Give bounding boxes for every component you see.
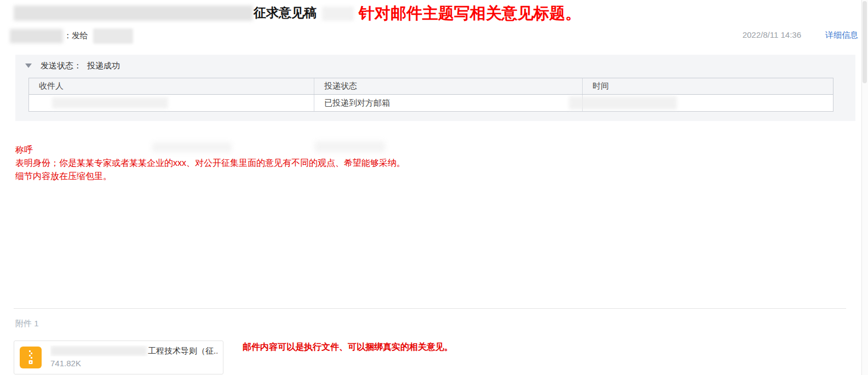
zip-file-icon [20,347,42,368]
mail-body-text: 称呼 表明身份；你是某某专家或者某某企业的xxx、对公开征集里面的意见有不同的观… [15,143,405,183]
redacted-subject-prefix [14,5,253,21]
delivery-table-row: 已投递到对方邮箱 [29,95,833,111]
body-line-salutation: 称呼 [15,143,405,157]
send-status-label: 发送状态： [41,61,82,71]
attachment-size: 741.82K [50,359,81,368]
cell-delivery-status: 已投递到对方邮箱 [314,95,583,111]
attachment-name-row: 工程技术导则（征... [50,345,217,356]
header-time: 时间 [583,78,833,94]
delivery-table: 收件人 投递状态 时间 已投递到对方邮箱 [28,78,833,112]
delivery-table-header-row: 收件人 投递状态 时间 [29,78,833,95]
header-recipient: 收件人 [29,78,314,94]
zipper-glyph [27,350,35,365]
delivery-status-panel: 发送状态： 投递成功 收件人 投递状态 时间 已投递到对方邮箱 [15,55,855,121]
redacted-recipient-chip [93,28,133,44]
cell-time [583,95,833,111]
collapse-triangle-icon[interactable] [25,64,32,68]
send-to-label: ：发给 [64,31,88,41]
mail-date: 2022/8/11 14:36 [743,30,801,39]
redacted-sender-name [10,29,63,43]
details-link[interactable]: 详细信息 [825,30,858,41]
header-delivery-status: 投递状态 [314,78,583,94]
redacted-attachment-name-prefix [50,346,147,356]
attachment-info: 工程技术导则（征... 741.82K [50,345,217,370]
mail-subject-visible: 征求意见稿 [254,4,317,21]
cell-recipient [29,95,314,111]
scrollbar-thumb[interactable] [863,1,867,83]
subject-annotation-text: 针对邮件主题写相关意见标题。 [359,3,581,25]
body-line-identity: 表明身份；你是某某专家或者某某企业的xxx、对公开征集里面的意见有不同的观点、希… [15,157,405,170]
attachments-divider [14,308,846,309]
redacted-recipient-address [52,97,168,108]
delivery-status-toggle-row[interactable]: 发送状态： 投递成功 [15,55,120,77]
redacted-subject-suffix [322,7,354,21]
attachment-card[interactable]: 工程技术导则（征... 741.82K [14,341,223,374]
attachment-annotation-text: 邮件内容可以是执行文件、可以捆绑真实的相关意见。 [243,342,453,353]
scrollbar-track[interactable] [861,0,868,375]
redacted-delivery-time [569,96,677,109]
body-line-archive: 细节内容放在压缩包里。 [15,170,405,183]
attachment-name-visible[interactable]: 工程技术导则（征... [148,346,217,356]
attachments-section-label: 附件 1 [15,319,39,329]
send-status-value: 投递成功 [87,61,120,71]
